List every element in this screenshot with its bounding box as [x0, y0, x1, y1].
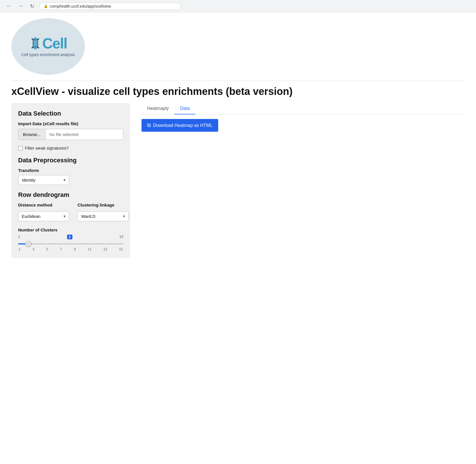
svg-point-4: [34, 37, 37, 41]
distance-field: Distance method Euclidean Manhattan Maxi…: [18, 203, 69, 221]
clustering-select-wrapper: Ward.D Ward.D2 Single Complete Average M…: [78, 211, 128, 221]
clusters-bubble: 2: [67, 235, 72, 239]
data-selection-title: Data Selection: [18, 110, 123, 117]
tick-5: 5: [46, 247, 48, 251]
tick-11: 11: [88, 247, 91, 251]
tick-9: 9: [74, 247, 76, 251]
browser-chrome: ← → ↻ 🔒 comphealth.ucsf.edu/app/xcellvie…: [0, 0, 476, 12]
clusters-tick-labels: 1 3 5 7 9 11 13 15: [18, 247, 123, 251]
file-name-display: No file selected: [46, 129, 123, 140]
clusters-slider[interactable]: [18, 243, 123, 244]
tick-3: 3: [33, 247, 35, 251]
tick-15: 15: [119, 247, 123, 251]
download-button-label: Download Heatmap as HTML: [153, 123, 213, 128]
filter-checkbox-row: Filter weak signatures?: [18, 146, 123, 150]
transform-select-wrapper: Identity Log2 Sqrt Z-score ▼: [18, 175, 69, 185]
clustering-label: Clustering linkage: [78, 203, 128, 207]
distance-select-wrapper: Euclidean Manhattan Maximum Canberra Min…: [18, 211, 69, 221]
filter-checkbox[interactable]: [18, 146, 23, 150]
tick-13: 13: [103, 247, 107, 251]
svg-point-5: [34, 46, 37, 50]
clusters-min-label: 1: [18, 235, 20, 239]
address-bar[interactable]: 🔒 comphealth.ucsf.edu/app/xcellview: [39, 3, 181, 10]
logo-container: Cell Cell types enrichment analysis: [11, 18, 465, 75]
clusters-max-label: 15: [119, 235, 123, 239]
preprocessing-section: Data Preprocessing Transform Identity Lo…: [18, 157, 123, 185]
logo-cell-text: Cell: [42, 36, 67, 51]
lock-icon: 🔒: [44, 4, 48, 8]
clusters-range-labels: 1 2 15: [18, 235, 123, 239]
clusters-section: Number of Clusters 1 2 15 1 3 5 7 9 11 1…: [18, 227, 123, 251]
url-text: comphealth.ucsf.edu/app/xcellview: [50, 4, 111, 8]
download-heatmap-button[interactable]: ⧉ Download Heatmap as HTML: [141, 119, 218, 132]
reload-button[interactable]: ↻: [28, 3, 36, 10]
logo-subtitle: Cell types enrichment analysis: [21, 52, 75, 57]
dendrogram-title: Row dendrogram: [18, 191, 123, 199]
tab-heatmaply[interactable]: Heatmaply: [141, 103, 174, 114]
import-label: Import Data (xCell results file): [18, 121, 123, 126]
tick-1: 1: [19, 247, 21, 251]
file-input-row: Browse... No file selected: [18, 129, 123, 140]
logo-ellipse: Cell Cell types enrichment analysis: [11, 18, 85, 75]
browse-button[interactable]: Browse...: [18, 129, 46, 140]
clusters-slider-container: [18, 240, 123, 246]
distance-select[interactable]: Euclidean Manhattan Maximum Canberra Min…: [18, 211, 69, 221]
preprocessing-title: Data Preprocessing: [18, 157, 123, 164]
transform-select[interactable]: Identity Log2 Sqrt Z-score: [18, 175, 69, 185]
page-title: xCellView - visualize cell types enrichm…: [11, 80, 465, 97]
transform-label: Transform: [18, 168, 123, 173]
clustering-field: Clustering linkage Ward.D Ward.D2 Single…: [78, 203, 128, 221]
logo-xcell: Cell: [29, 36, 67, 51]
right-panel: Heatmaply Data ⧉ Download Heatmap as HTM…: [141, 103, 465, 132]
clusters-label: Number of Clusters: [18, 227, 123, 232]
dendrogram-row: Distance method Euclidean Manhattan Maxi…: [18, 203, 123, 221]
forward-button[interactable]: →: [16, 3, 25, 10]
tab-data[interactable]: Data: [174, 103, 195, 114]
page-content: Cell Cell types enrichment analysis xCel…: [0, 12, 476, 264]
filter-label[interactable]: Filter weak signatures?: [25, 146, 68, 150]
clustering-select[interactable]: Ward.D Ward.D2 Single Complete Average M…: [78, 211, 128, 221]
tick-7: 7: [60, 247, 62, 251]
tabs-row: Heatmaply Data: [141, 103, 465, 114]
main-layout: Data Selection Import Data (xCell result…: [11, 103, 465, 258]
distance-label: Distance method: [18, 203, 69, 207]
dendrogram-section: Row dendrogram Distance method Euclidean…: [18, 191, 123, 221]
back-button[interactable]: ←: [5, 3, 13, 10]
copy-icon: ⧉: [147, 122, 151, 128]
dna-icon: [29, 37, 42, 50]
left-panel: Data Selection Import Data (xCell result…: [11, 103, 130, 258]
